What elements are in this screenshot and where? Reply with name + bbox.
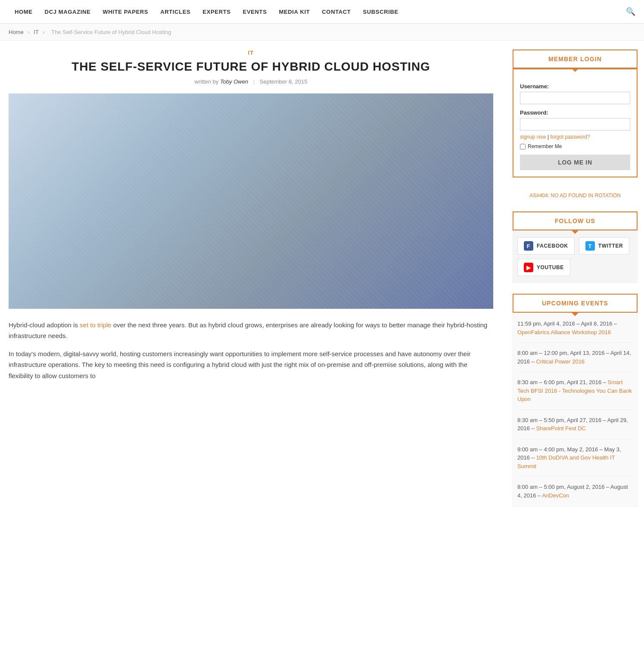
facebook-icon: f: [524, 241, 533, 251]
social-buttons-container: f FACEBOOK t TWITTER ▶ YOUTUBE: [513, 230, 638, 283]
article-meta: written by Toby Owen | September 8, 2015: [9, 78, 493, 85]
event-item: 8:00 am – 12:00 pm, April 13, 2016 – Apr…: [517, 349, 633, 372]
search-icon[interactable]: 🔍: [626, 7, 635, 16]
member-login-widget: MEMBER LOGIN Username: Password: signup …: [513, 50, 638, 177]
event-link[interactable]: SharePoint Fest DC: [536, 425, 586, 432]
article-area: IT THE SELF-SERVICE FUTURE OF HYBRID CLO…: [0, 41, 506, 526]
follow-us-widget: FOLLOW US f FACEBOOK t TWITTER ▶ YOUTUBE: [513, 211, 638, 283]
nav-events[interactable]: EVENTS: [237, 9, 273, 15]
event-item: 8:30 am – 6:00 pm, April 21, 2016 – Smar…: [517, 378, 633, 410]
nav-subscribe[interactable]: SUBSCRIBE: [357, 9, 404, 15]
youtube-label: YOUTUBE: [537, 264, 564, 270]
breadcrumb-home[interactable]: Home: [9, 29, 24, 35]
member-login-header: MEMBER LOGIN: [513, 50, 638, 68]
facebook-button[interactable]: f FACEBOOK: [517, 237, 575, 255]
event-item: 9:00 am – 4:00 pm, May 2, 2016 – May 3, …: [517, 445, 633, 477]
facebook-label: FACEBOOK: [537, 243, 568, 249]
remember-me-label: Remember Me: [528, 143, 562, 149]
login-button[interactable]: LOG ME IN: [520, 155, 630, 170]
event-link[interactable]: AnDevCon: [542, 492, 569, 499]
nav-dcj-magazine[interactable]: DCJ MAGAZINE: [39, 9, 97, 15]
youtube-icon: ▶: [524, 263, 533, 272]
article-body: Hybrid-cloud adoption is set to triple o…: [9, 320, 493, 382]
event-item: 8:00 am – 5:00 pm, August 2, 2016 – Augu…: [517, 483, 633, 500]
breadcrumb-separator-2: ›: [43, 29, 44, 35]
meta-separator: |: [253, 78, 255, 85]
username-label: Username:: [520, 83, 630, 90]
article-category: IT: [9, 50, 493, 56]
article-paragraph-2: In today's modern, digital-savvy world, …: [9, 348, 493, 382]
signup-link[interactable]: signup now: [520, 134, 546, 140]
remember-me-container: Remember Me: [520, 143, 630, 149]
remember-me-checkbox[interactable]: [520, 144, 526, 149]
ad-placeholder: AS#404: NO AD FOUND IN ROTATION: [513, 188, 638, 203]
password-input[interactable]: [520, 118, 630, 130]
breadcrumb-separator-1: ›: [28, 29, 29, 35]
events-list: 11:59 pm, April 4, 2016 – April 8, 2016 …: [513, 313, 638, 506]
login-form: Username: Password: signup now | forgot …: [513, 68, 638, 177]
event-link[interactable]: Critical Power 2016: [536, 358, 585, 365]
follow-us-header: FOLLOW US: [513, 211, 638, 230]
login-links: signup now | forgot password?: [520, 134, 630, 140]
written-by-label: written by: [195, 78, 219, 85]
upcoming-events-header: UPCOMING EVENTS: [513, 294, 638, 313]
nav-home[interactable]: HOME: [9, 9, 39, 15]
twitter-button[interactable]: t TWITTER: [579, 237, 630, 255]
nav-articles[interactable]: ARTICLES: [154, 9, 196, 15]
breadcrumb: Home › IT › The Self-Service Future of H…: [0, 24, 644, 41]
youtube-button[interactable]: ▶ YOUTUBE: [517, 259, 570, 276]
article-author[interactable]: Toby Owen: [220, 78, 248, 85]
twitter-icon: t: [585, 241, 595, 251]
sidebar: MEMBER LOGIN Username: Password: signup …: [506, 41, 644, 526]
nav-white-papers[interactable]: WHITE PAPERS: [96, 9, 154, 15]
article-date: September 8, 2015: [260, 78, 308, 85]
event-item: 8:30 am – 5:50 pm, April 27, 2016 – Apri…: [517, 416, 633, 439]
breadcrumb-current: The Self-Service Future of Hybrid Cloud …: [51, 29, 171, 35]
nav-experts[interactable]: EXPERTS: [196, 9, 236, 15]
article-image: [9, 93, 493, 309]
nav-contact[interactable]: CONTACT: [316, 9, 357, 15]
event-item: 11:59 pm, April 4, 2016 – April 8, 2016 …: [517, 320, 633, 343]
username-input[interactable]: [520, 92, 630, 104]
forgot-password-link[interactable]: forgot password?: [551, 134, 590, 140]
article-title: THE SELF-SERVICE FUTURE OF HYBRID CLOUD …: [9, 59, 493, 74]
article-link-set-to-triple[interactable]: set to triple: [80, 321, 111, 329]
main-container: IT THE SELF-SERVICE FUTURE OF HYBRID CLO…: [0, 41, 644, 526]
twitter-label: TWITTER: [598, 243, 623, 249]
article-paragraph-1: Hybrid-cloud adoption is set to triple o…: [9, 320, 493, 342]
upcoming-events-widget: UPCOMING EVENTS 11:59 pm, April 4, 2016 …: [513, 294, 638, 506]
password-label: Password:: [520, 109, 630, 116]
nav-media-kit[interactable]: MEDIA KIT: [273, 9, 316, 15]
event-link[interactable]: OpenFabrics Alliance Workshop 2016: [517, 329, 611, 335]
breadcrumb-section[interactable]: IT: [34, 29, 38, 35]
top-navigation: HOME DCJ MAGAZINE WHITE PAPERS ARTICLES …: [0, 0, 644, 24]
